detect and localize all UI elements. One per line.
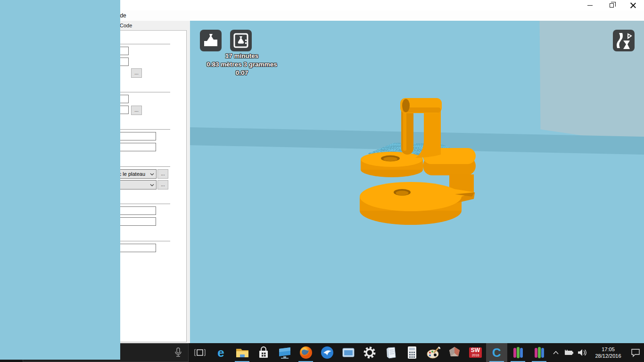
field-label: Autoriser le retrait <box>7 70 48 76</box>
fill-density-more-button[interactable]: ... <box>131 106 142 115</box>
tray-battery[interactable] <box>562 343 575 362</box>
tab-avance[interactable]: Avancé <box>26 21 53 30</box>
minimize-icon <box>587 5 593 6</box>
taskbar-color-bars-app-1[interactable] <box>507 343 528 362</box>
taskbar-store[interactable] <box>253 343 274 362</box>
view-mode-button[interactable] <box>613 30 635 51</box>
file-explorer-icon <box>235 346 249 359</box>
print-material: 0.83 mètres 3 grammes <box>195 60 289 69</box>
calculator-icon <box>406 346 418 360</box>
filament-flow-input[interactable] <box>82 217 156 226</box>
gear-icon <box>363 346 376 359</box>
field-label: Débit (%) <box>7 219 29 225</box>
support-type-more-button[interactable]: ... <box>157 169 168 179</box>
restore-icon <box>610 3 614 8</box>
taskbar-window-app[interactable] <box>338 343 359 362</box>
store-icon <box>257 346 270 359</box>
taskbar-file-explorer[interactable] <box>231 343 253 362</box>
tray-clock[interactable]: 17:05 28/12/2016 <box>589 343 627 362</box>
taskbar-thunderbird[interactable] <box>316 343 338 362</box>
close-button[interactable] <box>622 0 644 10</box>
retraction-more-button[interactable]: ... <box>131 68 142 78</box>
settings-panel: Qualité Epaisseur de couche (mm) Epaisse… <box>1 30 187 342</box>
support-type-dropdown[interactable]: En contact avec le plateau <box>82 169 157 179</box>
section-filament: Filament Diamètre (mm) Débit (%) <box>6 190 186 228</box>
platform-adhesion-more-button[interactable]: ... <box>157 180 168 189</box>
task-view-icon <box>194 348 206 357</box>
taskbar-notepad[interactable] <box>380 343 401 362</box>
taskbar-firefox[interactable] <box>295 343 316 362</box>
search-placeholder: Posez-moi une question. <box>41 349 173 356</box>
color-bars-icon <box>512 346 524 359</box>
taskbar-monitor-app[interactable] <box>274 343 295 362</box>
section-remplissage: Remplissage Epaisseurs dessus/dessous (m… <box>6 79 186 116</box>
tray-overflow-button[interactable] <box>550 343 562 362</box>
3d-model[interactable] <box>355 95 478 227</box>
tab-strip: Simple Avancé Extensions Start/End-GCode <box>0 21 187 30</box>
menu-outils[interactable]: Outils <box>26 10 51 21</box>
filament-diameter-input[interactable] <box>82 206 156 215</box>
clock-date: 28/12/2016 <box>595 353 621 359</box>
cura-icon: C <box>492 346 501 359</box>
platform-adhesion-dropdown[interactable]: Radeau (raft) <box>82 180 157 189</box>
system-tray: 17:05 28/12/2016 <box>550 343 644 362</box>
taskbar-paint[interactable] <box>422 343 444 362</box>
section-title: Support <box>6 153 170 167</box>
taskbar-settings[interactable] <box>359 343 380 362</box>
print-layers-button[interactable] <box>230 30 252 51</box>
field-label: Epaisseurs dessus/dessous (mm) <box>7 97 85 102</box>
section-title: Machine <box>6 228 170 241</box>
taskbar-cura-active[interactable]: C <box>486 343 507 362</box>
field-label: Epaisseur de couche (mm) <box>7 49 69 54</box>
title-bar: Cura - 15.04.6 <box>0 0 644 10</box>
menu-machine[interactable]: Machine <box>51 10 83 21</box>
chevron-up-icon <box>553 351 559 354</box>
taskbar: Posez-moi une question. e <box>0 343 644 362</box>
cura-window: Cura - 15.04.6 Fichier Outils Machine Ex… <box>0 0 644 362</box>
microphone-icon[interactable] <box>173 347 183 358</box>
taskbar-calculator[interactable] <box>401 343 422 362</box>
layer-height-input[interactable] <box>82 47 129 55</box>
action-center-icon <box>631 348 640 357</box>
tray-volume[interactable] <box>575 343 589 362</box>
cortana-icon <box>30 349 37 356</box>
notepad-icon <box>384 346 397 359</box>
menu-aide[interactable]: Aide <box>110 10 132 21</box>
section-title: Filament <box>6 190 170 204</box>
field-label: Type de support <box>7 171 44 177</box>
taskbar-edge[interactable]: e <box>210 343 231 362</box>
print-stats: 17 minutes 0.83 mètres 3 grammes 0.07 <box>195 52 289 77</box>
menu-expert[interactable]: Expert <box>83 10 110 21</box>
retraction-checkbox[interactable] <box>82 69 89 76</box>
load-save-toolpath-button[interactable] <box>200 30 222 51</box>
tab-extensions[interactable]: Extensions <box>53 21 88 30</box>
fill-density-input[interactable] <box>82 106 129 114</box>
firefox-icon <box>299 346 313 360</box>
taskbar-3d-model-app[interactable] <box>444 343 465 362</box>
print-cost: 0.07 <box>195 69 289 77</box>
tab-simple[interactable]: Simple <box>1 20 26 30</box>
action-center-button[interactable] <box>627 343 644 362</box>
print-speed-input[interactable] <box>82 132 156 140</box>
task-view-button[interactable] <box>190 343 210 362</box>
menu-fichier[interactable]: Fichier <box>0 10 26 21</box>
start-button[interactable] <box>0 343 23 362</box>
tab-start-end-gcode[interactable]: Start/End-GCode <box>88 21 137 30</box>
taskbar-solidworks[interactable]: SW 2016 <box>465 343 486 362</box>
field-label: Température d'impression (°C) <box>7 145 77 150</box>
shell-thickness-input[interactable] <box>82 58 129 66</box>
restore-button[interactable] <box>601 0 622 10</box>
nozzle-size-input[interactable] <box>82 244 156 252</box>
top-bottom-thickness-input[interactable] <box>82 95 129 103</box>
clock-time: 17:05 <box>595 346 621 353</box>
close-icon <box>630 2 636 8</box>
3d-viewport[interactable]: 17 minutes 0.83 mètres 3 grammes 0.07 <box>190 21 644 343</box>
field-label: Vitesse d'impression (mm/s) <box>7 134 72 140</box>
window-title: Cura - 15.04.6 <box>12 1 49 8</box>
edge-icon: e <box>217 346 224 359</box>
cortana-search-input[interactable]: Posez-moi une question. <box>23 343 189 362</box>
section-qualite: Qualité Epaisseur de couche (mm) Epaisse… <box>6 31 186 79</box>
minimize-button[interactable] <box>579 0 601 10</box>
taskbar-color-bars-app-2[interactable] <box>528 343 550 362</box>
print-temperature-input[interactable] <box>82 143 156 151</box>
